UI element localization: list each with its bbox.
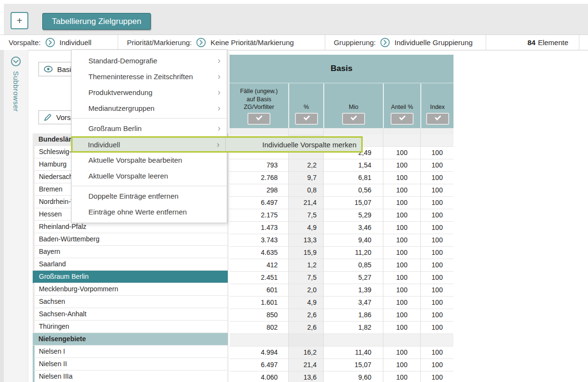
chevron-circle-icon[interactable] [45, 37, 55, 48]
menu-item-label: Aktuelle Vorspalte leeren [88, 172, 168, 180]
table-cell: 100 [383, 322, 420, 334]
table-cell: 100 [383, 371, 420, 382]
table-cell: 15,07 [323, 359, 383, 371]
table-cell: 100 [420, 272, 453, 284]
table-row-label[interactable]: Baden-Württemberg [33, 233, 228, 246]
column-header: Mio [323, 84, 383, 128]
vorspalte-value[interactable]: Individuell [60, 38, 92, 47]
table-row-label[interactable]: Nielsen IIIa [33, 370, 228, 382]
toolbar-section-prioritaet: Priorität/Markierung: Keine Priorität/Ma… [118, 35, 325, 50]
submenu-chevron-icon [218, 123, 220, 133]
table-cell: 100 [420, 222, 453, 234]
menu-item[interactable]: Themeninteresse in Zeitschriften [72, 69, 227, 84]
column-options-button[interactable] [247, 113, 270, 125]
menu-item[interactable]: Produktverwendung [72, 84, 227, 100]
column-options-button[interactable] [295, 113, 318, 125]
subbrowser-label[interactable]: Subbrowser [12, 71, 20, 112]
table-section-header[interactable]: Nielsengebiete [33, 333, 228, 346]
table-cell: 2,6 [288, 322, 323, 334]
tab-tabellierung-zielgruppen[interactable]: Tabellierung Zielgruppen [42, 13, 151, 30]
table-cell: 100 [383, 359, 420, 371]
table-cell: 6,81 [323, 172, 383, 184]
menu-highlight-flyout: Individuell Individuelle Vorspalte merke… [71, 136, 363, 153]
table-cell: 5,27 [323, 272, 383, 284]
chevron-down-icon [256, 115, 262, 119]
menu-item[interactable]: Medianutzergruppen [72, 100, 227, 116]
table-cell: 601 [230, 284, 288, 297]
table-cell: 4.635 [230, 247, 288, 259]
menu-item[interactable]: Großraum Berlin [72, 120, 227, 136]
table-cell: 9,7 [288, 172, 323, 184]
table-row-label[interactable]: Sachsen-Anhalt [33, 308, 228, 321]
table-cell: 100 [383, 184, 420, 197]
table-row-label[interactable]: Sachsen [33, 296, 228, 308]
prioritaet-value[interactable]: Keine Priorität/Markierung [210, 38, 294, 47]
menu-divider [72, 186, 227, 186]
table-row-label[interactable]: Großraum Berlin [33, 271, 228, 283]
table-cell: 3.743 [230, 234, 288, 247]
add-tab-button[interactable]: + [11, 12, 28, 29]
menu-item[interactable]: Einträge ohne Werte entfernen [72, 204, 227, 220]
table-cell: 1,86 [323, 309, 383, 322]
menu-item-label: Aktuelle Vorspalte bearbeiten [88, 156, 182, 164]
table-row-label[interactable]: Nielsen I [33, 346, 228, 358]
table-cell: 100 [383, 172, 420, 184]
submenu-item-individuelle-vorspalte-merken[interactable]: Individuelle Vorspalte merken [226, 138, 361, 151]
app-window: + Tabellierung Zielgruppen Vorspalte: In… [0, 0, 588, 382]
table-row-label[interactable]: Bayern [33, 246, 228, 258]
element-count-number: 84 [527, 38, 536, 47]
table-cell: 100 [383, 259, 420, 272]
menu-item-individuell-label: Individuell [88, 141, 120, 149]
table-cell: 802 [230, 322, 288, 334]
table-cell: 100 [383, 159, 420, 172]
grid-cells: 2,491001007932,21,541001002.7689,76,8110… [230, 134, 453, 382]
table-cell: 100 [420, 259, 453, 272]
table-cell: 1,54 [323, 159, 383, 172]
gruppierung-value[interactable]: Individuelle Gruppierung [394, 38, 473, 47]
table-cell: 11,40 [323, 346, 383, 359]
menu-item[interactable]: Doppelte Einträge entfernen [72, 188, 227, 204]
table-row-label[interactable]: Thüringen [33, 321, 228, 333]
table-cell: 11,20 [323, 247, 383, 259]
window-edge [0, 50, 4, 382]
table-cell: 100 [420, 359, 453, 371]
table-cell: 1.601 [230, 297, 288, 309]
table-cell: 850 [230, 309, 288, 322]
chevron-down-icon [304, 115, 309, 119]
table-cell: 4.060 [230, 371, 288, 382]
menu-item-label: Doppelte Einträge entfernen [88, 192, 179, 200]
menu-item-label: Einträge ohne Werte entfernen [88, 208, 187, 216]
table-cell [420, 134, 453, 147]
table-cell: 298 [230, 184, 288, 197]
column-options-button[interactable] [426, 113, 449, 125]
chevron-circle-icon[interactable] [196, 37, 206, 48]
menu-item-individuell[interactable]: Individuell [73, 138, 226, 151]
table-cell: 100 [420, 172, 453, 184]
table-row-label[interactable]: Saarland [33, 258, 228, 271]
menu-item[interactable]: Aktuelle Vorspalte leeren [72, 168, 227, 184]
menu-item-label: Themeninteresse in Zeitschriften [88, 72, 193, 81]
menu-item[interactable]: Standard-Demografie [72, 53, 227, 69]
column-header: Anteil % [383, 84, 420, 128]
table-cell: 6.497 [230, 197, 288, 209]
toolbar-section-gruppierung: Gruppierung: Individuelle Gruppierung [325, 35, 486, 50]
table-cell: 13,3 [288, 234, 323, 247]
chevron-circle-icon[interactable] [380, 37, 390, 48]
toolbar-section-vorspalte: Vorspalte: Individuell [0, 35, 118, 50]
subbrowser-expand-icon[interactable] [11, 56, 21, 67]
table-cell: 21,4 [288, 359, 323, 371]
table-cell: 100 [383, 284, 420, 297]
menu-item-label: Medianutzergruppen [88, 104, 155, 112]
table-row-label[interactable]: Mecklenburg-Vorpommern [33, 283, 228, 296]
table-cell [383, 334, 420, 346]
table-cell: 412 [230, 259, 288, 272]
table-cell: 1,82 [323, 322, 383, 334]
column-options-button[interactable] [342, 113, 365, 125]
menu-item[interactable]: Aktuelle Vorspalte bearbeiten [72, 152, 227, 168]
element-count: 84 Elemente [486, 35, 579, 50]
table-row-label[interactable]: Nielsen II [33, 358, 228, 370]
column-options-button[interactable] [391, 113, 414, 125]
column-header-label: Index [430, 103, 445, 111]
table-cell: 100 [383, 234, 420, 247]
table-cell: 100 [420, 184, 453, 197]
